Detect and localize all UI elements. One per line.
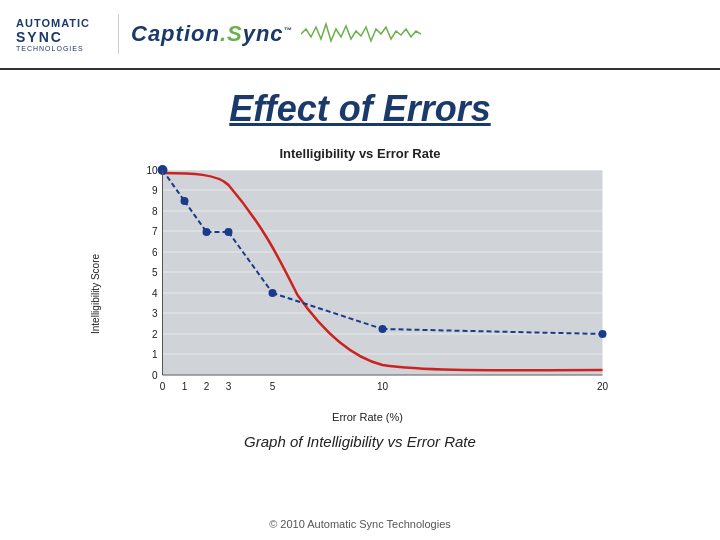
chart-svg: 10 9 8 7 6 5 4 3 2 1 0 0 1: [105, 165, 630, 405]
svg-text:3: 3: [152, 308, 158, 319]
svg-text:8: 8: [152, 206, 158, 217]
logo-left: AUTOMATIC SYNC TECHNOLOGIES: [16, 17, 90, 52]
logo-tm: ™: [284, 26, 293, 35]
page-title: Effect of Errors: [229, 88, 490, 130]
svg-text:3: 3: [226, 381, 232, 392]
footer: © 2010 Automatic Sync Technologies: [0, 518, 720, 530]
chart-inner: 10 9 8 7 6 5 4 3 2 1 0 0 1: [105, 165, 630, 423]
logo-caption-text: Caption.Sync™: [131, 21, 293, 47]
svg-text:0: 0: [152, 370, 158, 381]
logo-technologies: TECHNOLOGIES: [16, 45, 90, 52]
data-point-20: [599, 330, 607, 338]
svg-text:6: 6: [152, 247, 158, 258]
svg-text:10: 10: [377, 381, 389, 392]
svg-rect-0: [163, 170, 603, 375]
svg-text:10: 10: [146, 165, 158, 176]
svg-text:5: 5: [270, 381, 276, 392]
svg-text:20: 20: [597, 381, 609, 392]
header: AUTOMATIC SYNC TECHNOLOGIES Caption.Sync…: [0, 0, 720, 70]
x-axis-label: Error Rate (%): [105, 411, 630, 423]
data-point-1: [181, 197, 189, 205]
y-axis-label: Intelligibility Score: [90, 165, 101, 423]
data-point-2: [203, 228, 211, 236]
waveform-decoration: [301, 19, 421, 49]
svg-text:1: 1: [152, 349, 158, 360]
svg-text:7: 7: [152, 226, 158, 237]
logo-sync: SYNC: [16, 29, 90, 45]
svg-text:9: 9: [152, 185, 158, 196]
svg-text:5: 5: [152, 267, 158, 278]
svg-text:2: 2: [204, 381, 210, 392]
svg-text:0: 0: [160, 381, 166, 392]
chart-title: Intelligibility vs Error Rate: [90, 146, 630, 161]
chart-wrap: Intelligibility Score: [90, 165, 630, 423]
data-point-10: [379, 325, 387, 333]
logo-automatic: AUTOMATIC: [16, 17, 90, 29]
main-content: Effect of Errors Intelligibility vs Erro…: [0, 70, 720, 450]
graph-caption: Graph of Intelligibility vs Error Rate: [244, 433, 476, 450]
svg-text:4: 4: [152, 288, 158, 299]
svg-text:1: 1: [182, 381, 188, 392]
data-point-5: [269, 289, 277, 297]
logo-captionsync: Caption.Sync™: [131, 21, 293, 47]
chart-container: Intelligibility vs Error Rate Intelligib…: [90, 146, 630, 423]
data-point-3: [225, 228, 233, 236]
logo-divider: [118, 14, 119, 54]
svg-text:2: 2: [152, 329, 158, 340]
